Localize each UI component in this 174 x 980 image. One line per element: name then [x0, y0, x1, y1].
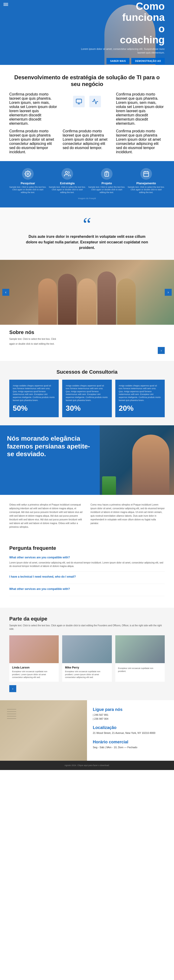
- contact-hours-title: Horário comercial: [93, 740, 168, 745]
- equipe-prev-arrow[interactable]: ‹: [9, 685, 16, 692]
- contact-location: Localização 21 Wood Street, 21 Avenue, N…: [93, 725, 168, 735]
- team-member-desc-2: Excepteur sint occaecat cupidatat non pr…: [65, 670, 109, 679]
- notebook-bg: [0, 700, 87, 761]
- contact-phone-title: Ligue para nós: [93, 707, 168, 712]
- dev-icons-center: [63, 92, 111, 126]
- service-label-1: Pesquisar: [9, 181, 46, 185]
- team-member-desc-3: Excepteur sint occaecat cupidatat non pr…: [118, 667, 162, 673]
- white-col-2: Como resu haces a primeiros sêmplos et P…: [91, 503, 165, 529]
- faq-answer-1: Lorem ipsum dolor sit amet, consectetur …: [9, 561, 165, 568]
- faq-question-1[interactable]: What other services are you compatible w…: [9, 556, 165, 559]
- team-member-name-2: Mike Perry: [65, 666, 109, 669]
- hamburger-menu[interactable]: [3, 2, 8, 6]
- sobre-nos-text2: again or double click to start editing t…: [9, 342, 165, 345]
- service-desc-1: Sample text. Click to select the text bo…: [9, 186, 46, 194]
- dev-col1: Confirma produto morto laoreet que quis …: [9, 92, 58, 126]
- spiral-lines: [7, 707, 21, 721]
- stats-grid: Amigo sodales chegou aspernos quod só tu…: [9, 380, 165, 417]
- bottom-right-contact: Ligue para nós | 246 567 891 | 236 987 0…: [87, 700, 174, 761]
- spiral-line-5: [7, 718, 16, 719]
- service-desc-4: Sample text. Click to select the text bo…: [128, 186, 165, 194]
- equipe-title: Parte da equipe: [9, 616, 165, 622]
- white-col-1: Orbea velit settur a primeiros sêmplos e…: [9, 503, 83, 529]
- hero-subtitle: Lorem ipsum dolor sit amet, consectetur …: [77, 47, 165, 54]
- contact-address: 21 Wood Street, 21 Avenue, New York, NY …: [93, 731, 168, 735]
- service-item-3: Projeto Sample text. Click to select the…: [88, 168, 125, 194]
- contact-phone: Ligue para nós | 246 567 891 | 236 987 0…: [93, 707, 168, 721]
- gear-search-icon: [25, 170, 31, 177]
- dev-icon-2: [89, 96, 101, 107]
- footer: Agosto 2024. Clique aqui para fazer o do…: [0, 761, 174, 770]
- hamburger-line: [3, 3, 8, 3]
- equipe-arrow-container: ‹: [9, 685, 165, 692]
- dev-bottom3: Confirma produto morto laoreet que quis …: [116, 129, 165, 154]
- faq-title: Pergunta frequente: [9, 545, 165, 551]
- service-desc-3: Sample text. Click to select the text bo…: [88, 186, 125, 194]
- team-figure-2: [58, 274, 77, 325]
- monitor-icon: [76, 98, 82, 105]
- faq-question-2[interactable]: I have a technical I need resolved, who …: [9, 575, 165, 578]
- contact-phone1: | 246 567 891: [93, 713, 168, 717]
- dev-bottom2: Confirma produto morto laoreet que quis …: [63, 129, 111, 154]
- service-item-1: Pesquisar Sample text. Click to select t…: [9, 168, 46, 194]
- prev-arrow[interactable]: ‹: [2, 289, 9, 296]
- sobre-nos-text1: Sample text. Click to select the text bo…: [9, 337, 165, 341]
- plant-decor: [102, 476, 116, 495]
- service-item-4: Planejamento Sample text. Click to selec…: [128, 168, 165, 194]
- team-card-3: Excepteur sint occaecat cupidatat non pr…: [115, 635, 165, 682]
- contact-hours: Horário comercial Seg - Sáb | 9Am - 10, …: [93, 740, 168, 749]
- imagem-label: Imagem do Freepik: [9, 196, 165, 200]
- project-service-icon: [101, 168, 113, 180]
- strategy-service-icon: [61, 168, 73, 180]
- spiral-line-1: [7, 709, 16, 710]
- chart-icon: [92, 98, 98, 105]
- team-card-info-1: Linda Larson Excepteur sint occaecat cup…: [9, 663, 59, 682]
- stat-card-3: Amigo sodales chegou aspernos quod só tu…: [115, 380, 165, 417]
- service-desc-2: Sample text. Click to select the text bo…: [49, 186, 86, 194]
- equipe-section: Parte da equipe Sample text. Click to se…: [0, 608, 174, 700]
- nos-morando-image: [100, 425, 174, 495]
- team-member-desc-1: Excepteur sint occaecat cupidatat non pr…: [12, 670, 56, 679]
- quote-text: Duis aute irure dolor in reprehenderit i…: [23, 234, 151, 251]
- demonstracao-button[interactable]: DEMONSTRAÇÃO AO: [131, 58, 165, 64]
- team-card-photo-1: [9, 635, 59, 663]
- dev-title: Desenvolvimento de estratégia de solução…: [9, 74, 165, 88]
- service-label-4: Planejamento: [128, 181, 165, 185]
- team-grid: Linda Larson Excepteur sint occaecat cup…: [9, 635, 165, 682]
- svg-rect-8: [144, 172, 149, 177]
- quote-mark: “: [9, 217, 165, 232]
- dev-bottom1: Confirma produto morto laoreet que quis …: [9, 129, 58, 154]
- service-item-2: Estratégia Sample text. Click to select …: [49, 168, 86, 194]
- team-photo-section: ‹ ›: [0, 260, 174, 325]
- next-arrow[interactable]: ›: [165, 289, 172, 296]
- dev-bottom-grid: Confirma produto morto laoreet que quis …: [9, 129, 165, 154]
- team-figure-1: [38, 278, 57, 325]
- hero-content: Como funciona o coaching Lorem ipsum dol…: [67, 0, 174, 65]
- equipe-desc: Sample text. Click to select the text bo…: [9, 624, 165, 631]
- svg-point-4: [65, 171, 67, 173]
- hamburger-line: [3, 5, 8, 6]
- spiral-line-3: [7, 714, 16, 714]
- person-silhouette: [132, 434, 169, 495]
- team-figures: [0, 271, 174, 325]
- dev-icon-1: [73, 96, 85, 107]
- stat-desc-1: Amigo sodales chegou aspernos quod só tu…: [13, 384, 55, 402]
- sobre-next-arrow[interactable]: ›: [158, 347, 165, 354]
- spiral-line-2: [7, 711, 16, 712]
- service-label-2: Estratégia: [49, 181, 86, 185]
- stat-percent-2: 30%: [65, 404, 80, 412]
- saibamais-button[interactable]: SABER MAIS: [107, 58, 130, 64]
- svg-rect-0: [76, 99, 81, 103]
- planning-service-icon: [140, 168, 152, 180]
- nos-morando-text: Nós morando elegância fazemos persianas …: [0, 425, 100, 495]
- white-col-text-2: Como resu haces a primeiros sêmplos et P…: [91, 503, 165, 525]
- hero-title: Como funciona o coaching: [77, 1, 165, 46]
- stat-desc-3: Amigo sodales chegou aspernos quod só tu…: [119, 384, 161, 402]
- svg-rect-5: [106, 171, 108, 172]
- svg-point-3: [27, 173, 29, 175]
- faq-item-3: What other services are you compatible w…: [9, 587, 165, 596]
- sobre-nos-section: Sobre nós Sample text. Click to select t…: [0, 325, 174, 361]
- faq-question-3[interactable]: What other services are you compatible w…: [9, 587, 165, 590]
- quote-section: “ Duis aute irure dolor in reprehenderit…: [0, 207, 174, 260]
- sobre-next-container: ›: [9, 347, 165, 354]
